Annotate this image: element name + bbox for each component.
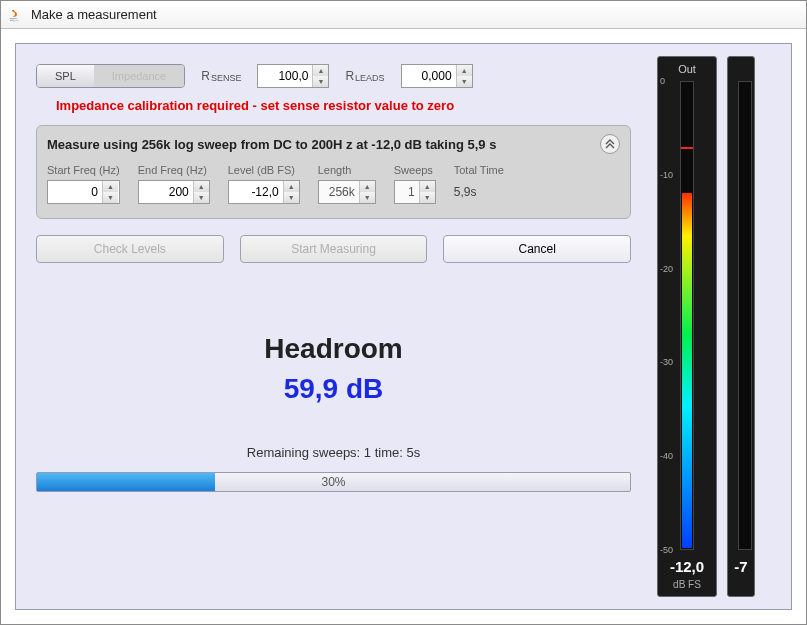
meter-panel: Out 0 -10 -20 -30 -40 -50 -12,0	[651, 44, 791, 609]
start-freq-down[interactable]: ▼	[103, 192, 118, 203]
cancel-button[interactable]: Cancel	[443, 235, 631, 263]
output-meter-label: Out	[678, 63, 696, 75]
secondary-meter: -7	[727, 56, 755, 597]
secondary-meter-track	[738, 81, 752, 550]
level-down[interactable]: ▼	[284, 192, 299, 203]
sweeps-field: Sweeps ▲▼	[394, 164, 436, 204]
level-field: Level (dB FS) ▲▼	[228, 164, 300, 204]
sweeps-input	[395, 181, 419, 203]
r-sense-input[interactable]	[258, 65, 312, 87]
mode-toggle: SPL Impedance	[36, 64, 185, 88]
level-input[interactable]	[229, 181, 283, 203]
start-freq-up[interactable]: ▲	[103, 181, 118, 192]
headroom-value: 59,9 dB	[36, 373, 631, 405]
secondary-peak-value: -7	[734, 558, 747, 575]
r-sense-up[interactable]: ▲	[313, 65, 328, 76]
start-measuring-button: Start Measuring	[240, 235, 428, 263]
start-freq-field: Start Freq (Hz) ▲▼	[47, 164, 120, 204]
measurement-window: Make a measurement SPL Impedance RSENSE …	[0, 0, 807, 625]
top-controls-row: SPL Impedance RSENSE ▲▼ RLEADS ▲▼	[36, 64, 631, 88]
end-freq-field: End Freq (Hz) ▲▼	[138, 164, 210, 204]
titlebar: Make a measurement	[1, 1, 806, 29]
total-time-value: 5,9s	[454, 180, 504, 204]
end-freq-down[interactable]: ▼	[194, 192, 209, 203]
sweeps-down[interactable]: ▼	[420, 192, 435, 203]
length-input	[319, 181, 359, 203]
window-title: Make a measurement	[31, 7, 157, 22]
sweep-panel: Measure using 256k log sweep from DC to …	[36, 125, 631, 219]
r-leads-up[interactable]: ▲	[457, 65, 472, 76]
end-freq-input[interactable]	[139, 181, 193, 203]
spl-toggle-button[interactable]: SPL	[37, 65, 94, 87]
calibration-warning: Impedance calibration required - set sen…	[56, 98, 631, 113]
length-up[interactable]: ▲	[360, 181, 375, 192]
start-freq-input[interactable]	[48, 181, 102, 203]
length-down[interactable]: ▼	[360, 192, 375, 203]
output-peak-value: -12,0	[670, 558, 704, 575]
check-levels-button: Check Levels	[36, 235, 224, 263]
meter-peak-indicator	[681, 147, 693, 149]
action-buttons: Check Levels Start Measuring Cancel	[36, 235, 631, 263]
r-sense-spinner[interactable]: ▲▼	[257, 64, 329, 88]
end-freq-up[interactable]: ▲	[194, 181, 209, 192]
meter-track	[680, 81, 694, 550]
r-leads-label: RLEADS	[345, 69, 384, 83]
progress-percent: 30%	[37, 473, 630, 491]
status-text: Remaining sweeps: 1 time: 5s	[36, 445, 631, 460]
r-leads-spinner[interactable]: ▲▼	[401, 64, 473, 88]
impedance-toggle-button[interactable]: Impedance	[94, 65, 184, 87]
meter-fill	[682, 193, 692, 548]
sweep-summary: Measure using 256k log sweep from DC to …	[47, 137, 496, 152]
headroom-title: Headroom	[36, 333, 631, 365]
length-field: Length ▲▼	[318, 164, 376, 204]
total-time-field: Total Time 5,9s	[454, 164, 504, 204]
output-meter: Out 0 -10 -20 -30 -40 -50 -12,0	[657, 56, 717, 597]
level-up[interactable]: ▲	[284, 181, 299, 192]
java-icon	[7, 7, 23, 23]
content-panel: SPL Impedance RSENSE ▲▼ RLEADS ▲▼	[15, 43, 792, 610]
r-sense-label: RSENSE	[201, 69, 241, 83]
chevron-up-double-icon	[605, 139, 615, 149]
r-sense-down[interactable]: ▼	[313, 76, 328, 87]
collapse-panel-button[interactable]	[600, 134, 620, 154]
output-unit: dB FS	[673, 579, 701, 590]
headroom-display: Headroom 59,9 dB	[36, 333, 631, 405]
r-leads-down[interactable]: ▼	[457, 76, 472, 87]
sweeps-up[interactable]: ▲	[420, 181, 435, 192]
r-leads-input[interactable]	[402, 65, 456, 87]
progress-bar: 30%	[36, 472, 631, 492]
